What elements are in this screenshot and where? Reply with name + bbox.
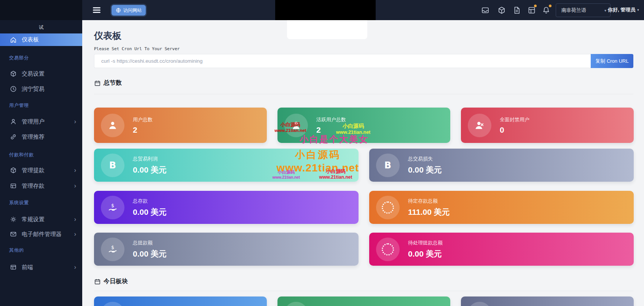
- cron-url-group: 复制 Cron URL: [94, 54, 633, 68]
- sidebar-section-others: 其他的: [9, 244, 24, 256]
- user-icon: [10, 118, 17, 125]
- stat-value: 0.00 美元: [133, 165, 167, 175]
- sidebar-item-label: 常规设置: [22, 216, 45, 223]
- language-selector[interactable]: 南非荷兰语 ▾: [556, 3, 611, 17]
- stat-card-total-deposit: $ 总存款 0.00 美元: [94, 191, 359, 224]
- redacted-panel-block: [287, 20, 367, 39]
- sidebar-item-label: 前端: [22, 264, 33, 271]
- sidebar-section-trading: 交易部分: [9, 52, 29, 63]
- sidebar-logo-area: [0, 0, 82, 20]
- stat-label: 用户总数: [133, 116, 153, 123]
- sidebar-logo-text: 试: [0, 24, 82, 31]
- sidebar-item-manage-users[interactable]: 管理用户 ›: [0, 116, 82, 127]
- chevron-right-icon: ›: [74, 216, 76, 222]
- chevron-right-icon: ›: [74, 167, 76, 173]
- sidebar-item-email-manager[interactable]: 电子邮件管理器 ›: [0, 228, 82, 240]
- bell-icon[interactable]: [542, 6, 550, 14]
- mail-icon: [10, 231, 17, 238]
- stat-label: 待处理提款总额: [408, 239, 443, 246]
- user-greeting: 你好, 管理员: [608, 6, 635, 13]
- sidebar-section-payments: 付款和付款: [9, 149, 34, 160]
- divider: [94, 291, 633, 291]
- stat-value: 0: [500, 125, 529, 135]
- stat-card-pending-withdraw: 待处理提款总额 0.00 美元: [369, 233, 634, 266]
- user-x-icon: [468, 114, 491, 137]
- stat-icon-circle: [101, 302, 124, 306]
- stat-label: 总存款: [133, 198, 167, 205]
- page-title: 仪表板: [94, 30, 121, 42]
- admin-dashboard: 试 仪表板 交易部分 交易设置 润宁贸易 用户管理 管理用户: [0, 0, 644, 306]
- spinner-icon: [376, 196, 400, 219]
- redacted-logo-block: [275, 0, 376, 20]
- sidebar-item-label: 润宁贸易: [22, 86, 45, 93]
- layout-icon: [10, 264, 17, 271]
- stat-card-today-3: [461, 296, 634, 306]
- stat-label: 活跃用户总数: [316, 116, 346, 123]
- menu-toggle-icon[interactable]: [93, 7, 100, 13]
- user-menu[interactable]: 你好, 管理员 ▾: [608, 6, 639, 13]
- table-icon[interactable]: [528, 6, 536, 14]
- svg-text:$: $: [111, 244, 114, 250]
- stat-value: 2: [316, 125, 346, 135]
- globe-icon: [116, 8, 121, 13]
- bell-badge-dot: [549, 5, 552, 7]
- stats-row-4: $ 总提款额 0.00 美元 待处理提款总额 0.00 美元: [94, 233, 634, 266]
- caret-down-icon: ▾: [637, 8, 639, 12]
- sidebar-item-dashboard[interactable]: 仪表板: [0, 33, 82, 46]
- stat-label: 待定存款总额: [408, 198, 450, 205]
- inbox-icon[interactable]: [481, 6, 489, 14]
- sidebar-item-label: 交易设置: [22, 70, 45, 78]
- sidebar-item-manage-withdrawals[interactable]: 管理提款 ›: [0, 165, 82, 176]
- chevron-right-icon: ›: [74, 183, 76, 189]
- stat-card-total-withdraw: $ 总提款额 0.00 美元: [94, 233, 359, 266]
- chevron-right-icon: ›: [74, 119, 76, 125]
- language-value: 南非荷兰语: [561, 7, 586, 14]
- calendar-icon: [94, 80, 101, 87]
- sidebar-item-label: 管理存款: [22, 182, 45, 190]
- copy-cron-url-button[interactable]: 复制 Cron URL: [591, 54, 633, 68]
- clock-icon: [10, 86, 17, 92]
- cube-icon: [10, 167, 17, 174]
- hand-dollar-icon: $: [101, 238, 124, 261]
- cron-hint-text: Please Set Cron Url To Your Server: [94, 46, 180, 51]
- gear-icon: [10, 216, 17, 223]
- sidebar-item-label: 管理用户: [22, 118, 45, 125]
- sidebar-item-runing-trade[interactable]: 润宁贸易: [0, 83, 82, 95]
- caret-down-icon: ▾: [604, 8, 606, 13]
- stats-row-2: B 总贸易利润 0.00 美元 B 总交易损失 0.00 美元: [94, 149, 634, 182]
- stat-card-trade-profit: B 总贸易利润 0.00 美元: [94, 149, 359, 182]
- sidebar: 试 仪表板 交易部分 交易设置 润宁贸易 用户管理 管理用户: [0, 0, 82, 306]
- user-icon: [284, 114, 308, 137]
- stats-row-3: $ 总存款 0.00 美元 待定存款总额 111.00 美元: [94, 191, 634, 224]
- sidebar-item-frontend[interactable]: 前端 ›: [0, 262, 82, 273]
- stat-label: 总交易损失: [408, 155, 442, 162]
- table-badge-dot: [534, 5, 537, 7]
- divider: [94, 94, 633, 94]
- sidebar-item-manage-deposits[interactable]: 管理存款 ›: [0, 180, 82, 192]
- spinner-icon: [376, 238, 400, 261]
- sidebar-item-label: 管理提款: [22, 167, 45, 174]
- calendar-icon: [94, 278, 101, 285]
- sidebar-item-general-settings[interactable]: 常规设置 ›: [0, 214, 82, 225]
- section-title: 今日板块: [104, 277, 128, 285]
- stat-card-today-1: [94, 296, 267, 306]
- stat-value: 0.00 美元: [408, 165, 442, 175]
- stat-card-banned-users: 全面封禁用户 0: [461, 108, 634, 143]
- sidebar-item-label: 电子邮件管理器: [22, 231, 62, 238]
- bitcoin-icon: B: [101, 154, 124, 177]
- cron-url-input[interactable]: [94, 54, 591, 68]
- stat-card-total-users: 用户总数 2: [94, 108, 267, 143]
- stat-card-today-2: [277, 296, 450, 306]
- stats-row-today: [94, 296, 634, 306]
- box-icon[interactable]: [497, 6, 506, 14]
- document-icon[interactable]: [513, 6, 521, 14]
- stat-label: 总提款额: [133, 239, 167, 246]
- sidebar-item-trade-settings[interactable]: 交易设置: [0, 68, 82, 79]
- sidebar-item-manage-referral[interactable]: 管理推荐: [0, 131, 82, 143]
- stat-label: 全面封禁用户: [500, 116, 529, 123]
- stat-value: 2: [133, 125, 153, 135]
- visit-site-button[interactable]: 访问网站: [112, 5, 146, 16]
- main-content: 仪表板 Please Set Cron Url To Your Server 复…: [82, 20, 644, 306]
- stat-card-active-users: 活跃用户总数 2: [277, 108, 450, 143]
- sidebar-section-users: 用户管理: [9, 100, 29, 111]
